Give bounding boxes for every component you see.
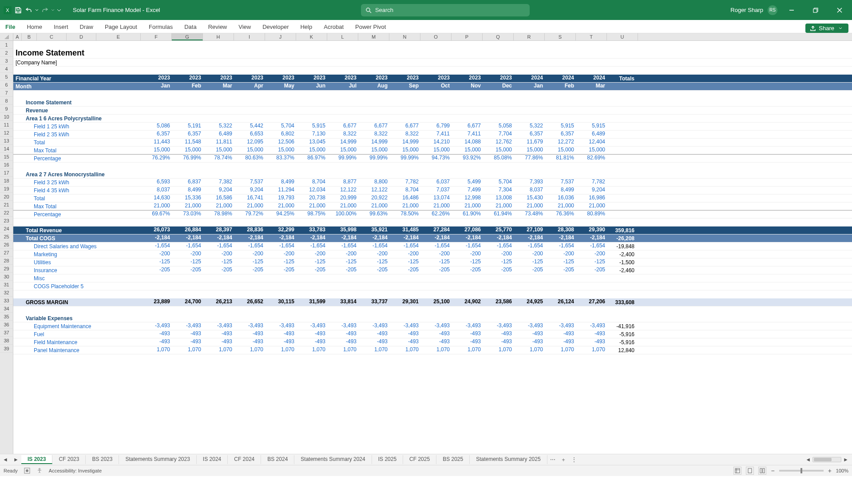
cell-total[interactable]: 359,816 — [607, 226, 638, 234]
cell[interactable]: -200 — [514, 250, 545, 258]
col-header-P[interactable]: P — [452, 33, 483, 40]
cell[interactable]: 15,000 — [514, 147, 545, 154]
col-header-H[interactable]: H — [203, 33, 234, 40]
cell[interactable]: 79.72% — [234, 210, 265, 218]
cell[interactable]: -2,184 — [327, 234, 358, 242]
cell[interactable]: -493 — [203, 338, 234, 346]
cell[interactable]: -205 — [327, 266, 358, 274]
col-header-J[interactable]: J — [265, 33, 296, 40]
ribbon-tab-data[interactable]: Data — [182, 22, 198, 33]
sheet-tab[interactable]: Statements Summary 2024 — [294, 455, 372, 464]
cell[interactable]: 35,998 — [327, 226, 358, 234]
cell[interactable]: 6,677 — [389, 123, 420, 130]
cell[interactable]: 7,393 — [514, 179, 545, 186]
cell[interactable]: -205 — [358, 266, 389, 274]
cell[interactable]: -493 — [141, 330, 172, 338]
cell[interactable]: 28,308 — [545, 226, 576, 234]
cell[interactable]: 6,489 — [576, 131, 607, 138]
cell[interactable]: 12,272 — [545, 139, 576, 146]
cell[interactable]: 27,109 — [514, 226, 545, 234]
col-header-K[interactable]: K — [296, 33, 327, 40]
cell[interactable]: -205 — [452, 266, 483, 274]
accessibility-icon[interactable] — [36, 468, 43, 474]
cell[interactable]: 15,000 — [358, 147, 389, 154]
cell-total[interactable]: 333,608 — [607, 298, 638, 306]
cell[interactable]: 14,088 — [452, 139, 483, 146]
cell[interactable]: -1,654 — [265, 242, 296, 250]
cell[interactable]: -1,654 — [545, 242, 576, 250]
col-header-A[interactable]: A — [13, 33, 22, 40]
cell[interactable]: 1,070 — [172, 346, 203, 354]
cell[interactable]: -493 — [545, 330, 576, 338]
cell[interactable]: 1,070 — [358, 346, 389, 354]
cell[interactable]: -2,184 — [358, 234, 389, 242]
cell[interactable]: 5,915 — [576, 123, 607, 130]
cell[interactable]: 7,537 — [545, 179, 576, 186]
row-headers[interactable]: 1234567891011121314151617181920212223242… — [0, 41, 13, 454]
cell[interactable]: -125 — [141, 258, 172, 266]
cell[interactable]: 82.69% — [576, 155, 607, 162]
cell[interactable]: 26,884 — [172, 226, 203, 234]
cell[interactable]: 12,762 — [483, 139, 514, 146]
cell[interactable]: 7,704 — [483, 131, 514, 138]
cell[interactable]: 25,100 — [420, 298, 452, 306]
cell[interactable]: -205 — [296, 266, 327, 274]
col-header-U[interactable]: U — [607, 33, 638, 40]
sheet-tab[interactable]: IS 2023 — [21, 455, 52, 464]
cell-total[interactable]: -2,460 — [607, 266, 638, 274]
row-header-8[interactable]: 8 — [0, 97, 13, 105]
cell[interactable]: 11,679 — [514, 139, 545, 146]
col-header-R[interactable]: R — [514, 33, 545, 40]
cell[interactable]: 78.98% — [203, 210, 234, 218]
cell[interactable]: -200 — [389, 250, 420, 258]
cell[interactable]: 85.08% — [483, 155, 514, 162]
cell[interactable]: 1,070 — [576, 346, 607, 354]
cell[interactable]: -125 — [483, 258, 514, 266]
row-label[interactable]: Fuel — [13, 330, 141, 338]
cell[interactable]: 15,336 — [172, 194, 203, 202]
cell[interactable]: -493 — [172, 338, 203, 346]
ribbon-tab-powerpivot[interactable]: Power Pivot — [353, 22, 388, 33]
cell[interactable]: 1,070 — [327, 346, 358, 354]
cell[interactable]: -493 — [296, 330, 327, 338]
close-icon[interactable] — [830, 0, 849, 20]
cell[interactable]: -493 — [265, 330, 296, 338]
cell-total[interactable] — [607, 123, 638, 130]
cell[interactable]: -125 — [234, 258, 265, 266]
cell[interactable]: 9,204 — [234, 187, 265, 194]
cell-total[interactable] — [607, 155, 638, 162]
cell[interactable]: 35,921 — [358, 226, 389, 234]
cell[interactable]: 23,586 — [483, 298, 514, 306]
row-header-15[interactable]: 15 — [0, 153, 13, 161]
ribbon-tab-acrobat[interactable]: Acrobat — [322, 22, 345, 33]
cell[interactable]: 9,204 — [576, 187, 607, 194]
cell[interactable]: 21,000 — [576, 202, 607, 210]
cell[interactable]: -2,184 — [420, 234, 452, 242]
col-header-O[interactable]: O — [420, 33, 452, 40]
cell[interactable]: -3,493 — [265, 322, 296, 330]
cell[interactable]: 16,036 — [545, 194, 576, 202]
tab-nav-prev[interactable]: ◄ — [0, 456, 11, 463]
cell[interactable]: -2,184 — [483, 234, 514, 242]
cell[interactable]: 21,000 — [141, 202, 172, 210]
cell[interactable]: 20,999 — [327, 194, 358, 202]
cell[interactable]: 31,599 — [296, 298, 327, 306]
company-placeholder[interactable]: [Company Name] — [13, 59, 141, 66]
col-header-I[interactable]: I — [234, 33, 265, 40]
cell[interactable]: 15,000 — [389, 147, 420, 154]
cell[interactable]: -3,493 — [172, 322, 203, 330]
row-label[interactable]: Field 1 25 kWh — [13, 123, 141, 130]
cell[interactable]: 1,070 — [545, 346, 576, 354]
cell[interactable]: 33,737 — [358, 298, 389, 306]
row-label[interactable]: GROSS MARGIN — [13, 298, 141, 306]
row-label[interactable]: Insurance — [13, 266, 141, 274]
row-header-5[interactable]: 5 — [0, 73, 13, 81]
row-label[interactable]: Percentage — [13, 210, 141, 218]
cell[interactable]: -200 — [358, 250, 389, 258]
cell[interactable]: 1,070 — [296, 346, 327, 354]
cell[interactable]: 6,489 — [203, 131, 234, 138]
undo-icon[interactable] — [24, 5, 34, 15]
cell[interactable]: 12,122 — [327, 187, 358, 194]
row-label[interactable]: Area 1 6 Acres Polycrystalline — [13, 115, 141, 122]
cell[interactable]: -3,493 — [576, 322, 607, 330]
